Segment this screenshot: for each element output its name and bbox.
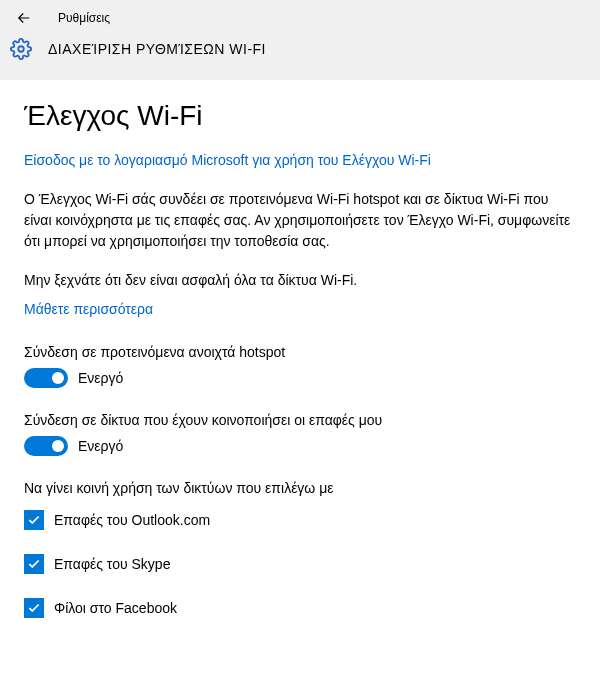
header-bar: Ρυθμίσεις ΔΙΑΧΕΊΡΙΣΗ ΡΥΘΜΊΣΕΩΝ WI-FI	[0, 0, 600, 80]
app-name: Ρυθμίσεις	[58, 11, 110, 25]
checkbox-skype[interactable]	[24, 554, 44, 574]
toggle2-row: Ενεργό	[24, 436, 576, 456]
svg-point-0	[18, 46, 24, 52]
header-top-row: Ρυθμίσεις	[0, 0, 600, 30]
toggle1-row: Ενεργό	[24, 368, 576, 388]
share-section-label: Να γίνει κοινή χρήση των δικτύων που επι…	[24, 480, 576, 496]
back-arrow-icon	[15, 9, 33, 27]
content-area: Έλεγχος Wi-Fi Είσοδος με το λογαριασμό M…	[0, 80, 600, 662]
header-main-row: ΔΙΑΧΕΊΡΙΣΗ ΡΥΘΜΊΣΕΩΝ WI-FI	[0, 30, 600, 70]
remember-text: Μην ξεχνάτε ότι δεν είναι ασφαλή όλα τα …	[24, 270, 576, 291]
toggle2-label: Σύνδεση σε δίκτυα που έχουν κοινοποιήσει…	[24, 412, 576, 428]
checkbox-outlook[interactable]	[24, 510, 44, 530]
signin-link[interactable]: Είσοδος με το λογαριασμό Microsoft για χ…	[24, 150, 431, 171]
check-icon	[27, 557, 41, 571]
back-button[interactable]	[10, 4, 38, 32]
check-icon	[27, 601, 41, 615]
checkbox-row-skype: Επαφές του Skype	[24, 554, 576, 574]
toggle-contact-networks[interactable]	[24, 436, 68, 456]
checkbox-facebook-label: Φίλοι στο Facebook	[54, 600, 177, 616]
checkbox-skype-label: Επαφές του Skype	[54, 556, 170, 572]
checkbox-row-facebook: Φίλοι στο Facebook	[24, 598, 576, 618]
toggle1-label: Σύνδεση σε προτεινόμενα ανοιχτά hotspot	[24, 344, 576, 360]
page-header-title: ΔΙΑΧΕΊΡΙΣΗ ΡΥΘΜΊΣΕΩΝ WI-FI	[48, 41, 266, 57]
toggle-open-hotspots[interactable]	[24, 368, 68, 388]
description-text: Ο Έλεγχος Wi-Fi σάς συνδέει σε προτεινόμ…	[24, 189, 576, 252]
page-title: Έλεγχος Wi-Fi	[24, 100, 576, 132]
toggle2-state: Ενεργό	[78, 438, 123, 454]
gear-icon	[10, 38, 32, 60]
toggle1-state: Ενεργό	[78, 370, 123, 386]
checkbox-row-outlook: Επαφές του Outlook.com	[24, 510, 576, 530]
check-icon	[27, 513, 41, 527]
checkbox-facebook[interactable]	[24, 598, 44, 618]
learn-more-link[interactable]: Μάθετε περισσότερα	[24, 299, 153, 320]
checkbox-outlook-label: Επαφές του Outlook.com	[54, 512, 210, 528]
